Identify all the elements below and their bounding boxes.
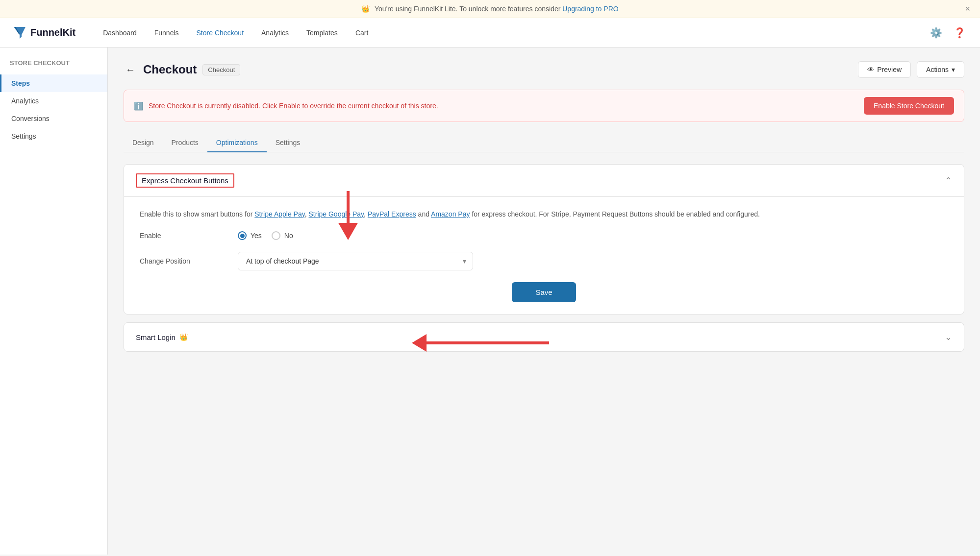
amazon-pay-link[interactable]: Amazon Pay <box>431 210 470 218</box>
help-icon-button[interactable]: ❓ <box>951 24 968 42</box>
enable-label: Enable <box>140 232 238 240</box>
save-wrapper: Save <box>140 282 948 302</box>
nav-links: Dashboard Funnels Store Checkout Analyti… <box>95 25 927 41</box>
save-button[interactable]: Save <box>512 282 576 302</box>
crown-icon: 👑 <box>361 5 370 13</box>
smart-login-section: Smart Login 👑 ⌄ <box>124 322 964 352</box>
sidebar-item-steps[interactable]: Steps <box>0 74 107 92</box>
close-banner-button[interactable]: × <box>965 4 970 14</box>
sidebar-item-conversions[interactable]: Conversions <box>0 110 107 127</box>
position-select-wrapper: At top of checkout Page At bottom of che… <box>238 252 473 270</box>
expand-icon: ⌄ <box>945 332 952 342</box>
banner-text-before: You're using FunnelKit Lite. To unlock m… <box>375 5 560 13</box>
alert-text: Store Checkout is currently disabled. Cl… <box>149 102 438 110</box>
sidebar-item-analytics[interactable]: Analytics <box>0 92 107 110</box>
actions-button[interactable]: Actions ▾ <box>917 61 964 78</box>
header-actions: 👁 Preview Actions ▾ <box>858 61 964 78</box>
position-control: At top of checkout Page At bottom of che… <box>238 252 948 270</box>
stripe-google-pay-link[interactable]: Stripe Google Pay <box>309 210 364 218</box>
smart-login-crown-icon: 👑 <box>179 333 188 341</box>
tab-design[interactable]: Design <box>124 134 163 152</box>
paypal-express-link[interactable]: PayPal Express <box>368 210 416 218</box>
preview-label: Preview <box>877 66 902 73</box>
eye-icon: 👁 <box>867 66 874 73</box>
preview-button[interactable]: 👁 Preview <box>858 61 911 78</box>
alert-icon: ℹ️ <box>134 101 144 111</box>
nav-actions: ⚙️ ❓ <box>927 24 968 42</box>
app-layout: Store Checkout Steps Analytics Conversio… <box>0 48 980 555</box>
position-select[interactable]: At top of checkout Page At bottom of che… <box>238 252 473 270</box>
actions-label: Actions <box>926 66 949 73</box>
no-radio[interactable] <box>272 231 280 240</box>
tab-settings[interactable]: Settings <box>267 134 309 152</box>
smart-login-title: Smart Login <box>136 333 176 341</box>
express-checkout-body: Enable this to show smart buttons for St… <box>124 196 964 314</box>
tab-optimizations[interactable]: Optimizations <box>207 134 267 152</box>
upgrade-link[interactable]: Upgrading to PRO <box>562 5 618 13</box>
enable-no-option[interactable]: No <box>272 231 293 240</box>
nav-funnels[interactable]: Funnels <box>147 25 187 41</box>
express-checkout-section: Express Checkout Buttons ⌃ Enable this t… <box>124 164 964 314</box>
logo-text: FunnelKit <box>30 27 75 38</box>
sidebar-item-settings[interactable]: Settings <box>0 127 107 145</box>
nav-dashboard[interactable]: Dashboard <box>95 25 145 41</box>
checkout-badge: Checkout <box>202 64 240 75</box>
desc-before: Enable this to show smart buttons for <box>140 210 252 218</box>
alert-content: ℹ️ Store Checkout is currently disabled.… <box>134 101 438 111</box>
tab-products[interactable]: Products <box>163 134 207 152</box>
enable-row: Enable Yes No <box>140 231 948 240</box>
yes-label: Yes <box>251 232 262 240</box>
main-navigation: FunnelKit Dashboard Funnels Store Checko… <box>0 18 980 48</box>
nav-analytics[interactable]: Analytics <box>253 25 297 41</box>
position-row: Change Position At top of checkout Page … <box>140 252 948 270</box>
funnelkit-logo-icon <box>12 25 27 41</box>
logo-link[interactable]: FunnelKit <box>12 25 75 41</box>
settings-icon-button[interactable]: ⚙️ <box>927 24 945 42</box>
smart-login-header[interactable]: Smart Login 👑 ⌄ <box>124 323 964 351</box>
collapse-icon: ⌃ <box>945 175 952 186</box>
main-content: ← Checkout Checkout 👁 Preview Actions ▾ … <box>108 48 980 555</box>
sidebar: Store Checkout Steps Analytics Conversio… <box>0 48 108 555</box>
enable-yes-option[interactable]: Yes <box>238 231 262 240</box>
position-label: Change Position <box>140 257 238 265</box>
desc-after: for express checkout. For Stripe, Paymen… <box>472 210 760 218</box>
sidebar-title: Store Checkout <box>0 59 107 74</box>
chevron-down-icon: ▾ <box>952 66 955 73</box>
express-checkout-description: Enable this to show smart buttons for St… <box>140 209 948 219</box>
back-button[interactable]: ← <box>124 62 137 77</box>
no-label: No <box>284 232 293 240</box>
nav-cart[interactable]: Cart <box>348 25 376 41</box>
tabs: Design Products Optimizations Settings <box>124 134 964 152</box>
upgrade-banner: 👑 You're using FunnelKit Lite. To unlock… <box>0 0 980 18</box>
stripe-apple-pay-link[interactable]: Stripe Apple Pay <box>254 210 304 218</box>
express-checkout-title: Express Checkout Buttons <box>136 173 234 188</box>
yes-radio[interactable] <box>238 231 247 240</box>
page-header: ← Checkout Checkout 👁 Preview Actions ▾ <box>124 61 964 78</box>
nav-templates[interactable]: Templates <box>299 25 346 41</box>
express-checkout-header[interactable]: Express Checkout Buttons ⌃ <box>124 165 964 196</box>
enable-control: Yes No <box>238 231 948 240</box>
nav-store-checkout[interactable]: Store Checkout <box>189 25 252 41</box>
enable-store-checkout-button[interactable]: Enable Store Checkout <box>864 97 954 115</box>
page-title: Checkout <box>143 63 197 76</box>
alert-banner: ℹ️ Store Checkout is currently disabled.… <box>124 90 964 122</box>
